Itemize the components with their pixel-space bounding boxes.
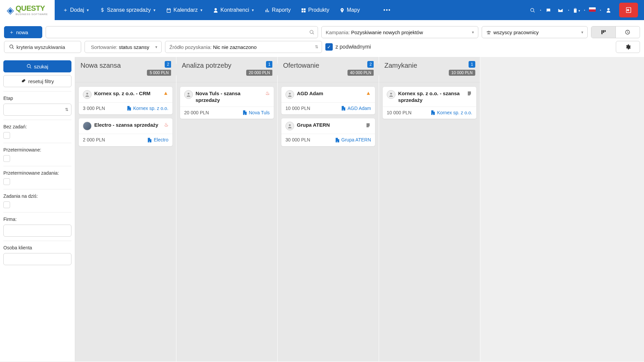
- view-timeline-button[interactable]: [615, 26, 640, 38]
- opportunity-card[interactable]: Kornex sp. z o.o. - szansa sprzedaży 10 …: [382, 86, 477, 119]
- plus-icon: ＋: [63, 7, 68, 14]
- campaign-select[interactable]: Kampania: Pozyskiwanie nowych projektów …: [321, 26, 478, 38]
- clipboard-icon[interactable]: ▼: [572, 7, 581, 13]
- campaign-label: Kampania:: [326, 29, 350, 35]
- brand-logo[interactable]: ◈ QUESTY BUSINESS SOFTWARE: [0, 0, 55, 20]
- gear-icon: [625, 44, 631, 50]
- nav-calendar[interactable]: Kalendarz ▼: [161, 0, 208, 20]
- avatar: [285, 122, 294, 130]
- opportunity-card[interactable]: Electro - szansa sprzedaży ♨ 2 000 PLN E…: [78, 118, 173, 146]
- nav-opportunities[interactable]: ＄ Szanse sprzedaży ▼: [95, 0, 161, 20]
- nav-add-label: Dodaj: [70, 7, 84, 13]
- card-title: Electro - szansa sprzedaży: [94, 122, 161, 128]
- criteria-button[interactable]: kryteria wyszukiwania: [4, 41, 81, 53]
- fire-icon: ♨: [164, 122, 168, 128]
- settings-button[interactable]: [616, 41, 640, 53]
- caret-down-icon: ▼: [153, 8, 156, 12]
- card-title: Nova Tuls - szansa sprzedaży: [196, 90, 263, 103]
- building-icon: [341, 105, 346, 111]
- card-company-link[interactable]: Kornex sp. z o.o.: [430, 110, 472, 115]
- column-header: Ofertowanie 2 40 000 PLN: [278, 57, 379, 82]
- plus-icon: ＋: [9, 29, 14, 36]
- chat-icon[interactable]: [544, 7, 553, 13]
- nav-maps-label: Mapy: [347, 7, 360, 13]
- mail-icon[interactable]: [556, 7, 565, 13]
- avatar: [285, 90, 294, 99]
- card-company-link[interactable]: Grupa ATERN: [335, 137, 371, 142]
- search-button[interactable]: szukaj: [3, 60, 71, 72]
- column-title: Zamykanie: [384, 62, 475, 69]
- magnifier-icon: [26, 64, 32, 69]
- card-company-link[interactable]: Kornex sp. z o.o.: [126, 105, 168, 111]
- no-tasks-checkbox[interactable]: [3, 132, 10, 139]
- reset-filters-button[interactable]: resetuj filtry: [3, 75, 71, 87]
- company-input[interactable]: [3, 225, 71, 237]
- chevron-down-icon: ▼: [155, 45, 158, 49]
- grid-icon: [301, 7, 306, 13]
- employees-value: wszyscy pracownicy: [493, 29, 539, 35]
- magnifier-icon[interactable]: [309, 29, 315, 35]
- new-button[interactable]: ＋ nowa: [4, 26, 42, 38]
- opportunity-card[interactable]: Nova Tuls - szansa sprzedaży ♨ 20 000 PL…: [180, 86, 274, 119]
- nav-add[interactable]: ＋ Dodaj ▼: [58, 0, 94, 20]
- nav-reports[interactable]: Raporty: [260, 0, 296, 20]
- employees-select[interactable]: wszyscy pracownicy ▼: [482, 26, 588, 38]
- sort-label: Sortowanie:: [91, 44, 117, 50]
- kanban-column: Ofertowanie 2 40 000 PLN AGD Adam ▲ 10 0…: [278, 57, 379, 361]
- contact-input[interactable]: [3, 253, 71, 265]
- kanban-column: Zamykanie 1 10 000 PLN Kornex sp. z o.o.…: [379, 57, 480, 361]
- sort-value: status szansy: [119, 44, 149, 50]
- svg-point-1: [187, 93, 189, 95]
- svg-point-2: [289, 93, 290, 95]
- search-input-wrap: [46, 26, 318, 38]
- top-navbar: ◈ QUESTY BUSINESS SOFTWARE ＋ Dodaj ▼ ＄ S…: [0, 0, 644, 20]
- card-company-link[interactable]: Electro: [147, 137, 168, 142]
- overdue-tasks-checkbox[interactable]: [3, 178, 10, 185]
- fire-icon: ♨: [265, 90, 270, 96]
- user-icon[interactable]: [604, 7, 613, 13]
- view-toggle: [591, 26, 640, 38]
- pin-icon: [339, 7, 345, 13]
- column-sum-badge: 5 000 PLN: [147, 70, 171, 76]
- card-status-icons: ▲: [163, 90, 168, 96]
- svg-point-4: [390, 93, 392, 95]
- separator-dot: •: [540, 8, 541, 12]
- criteria-label: kryteria wyszukiwania: [16, 44, 65, 50]
- source-select[interactable]: Źródło pozyskania: Nic nie zaznaczono ⇅: [165, 41, 322, 53]
- more-icon: •••: [383, 7, 391, 13]
- card-company-link[interactable]: AGD Adam: [341, 105, 371, 111]
- nav-more[interactable]: •••: [379, 0, 396, 20]
- today-tasks-checkbox[interactable]: [3, 201, 10, 208]
- search-icon[interactable]: [528, 7, 537, 13]
- kanban-board: Nowa szansa 2 5 000 PLN Kornex sp. z o.o…: [75, 57, 644, 361]
- nav-products[interactable]: Produkty: [296, 0, 334, 20]
- nav-calendar-label: Kalendarz: [173, 7, 198, 13]
- separator-dot: •: [600, 8, 601, 12]
- sort-icon: ⇅: [315, 45, 318, 49]
- opportunity-card[interactable]: AGD Adam ▲ 10 000 PLN AGD Adam: [281, 86, 375, 115]
- card-amount: 3 000 PLN: [83, 106, 105, 111]
- sort-icon: ⇅: [65, 107, 68, 112]
- column-header: Analiza potrzeby 1 20 000 PLN: [176, 57, 277, 82]
- stage-select[interactable]: ⇅: [3, 104, 71, 116]
- building-icon: [242, 110, 248, 115]
- view-kanban-button[interactable]: [591, 26, 615, 38]
- with-sub-checkbox[interactable]: ✓: [325, 43, 333, 51]
- card-status-icons: [467, 90, 472, 96]
- opportunity-card[interactable]: Grupa ATERN 30 000 PLN Grupa ATERN: [281, 118, 375, 146]
- card-status-icons: ▲: [366, 90, 371, 96]
- nav-maps[interactable]: Mapy: [335, 0, 365, 20]
- overdue-checkbox[interactable]: [3, 155, 10, 162]
- magnifier-icon: [9, 44, 14, 50]
- flag-icon[interactable]: [588, 7, 597, 13]
- opportunity-card[interactable]: Kornex sp. z o.o. - CRM ▲ 3 000 PLN Korn…: [78, 86, 173, 115]
- card-company-link[interactable]: Nova Tuls: [242, 110, 270, 115]
- sort-select[interactable]: Sortowanie: status szansy ▼: [85, 41, 162, 53]
- chevron-down-icon: ▼: [581, 31, 584, 34]
- nav-contractors[interactable]: Kontrahenci ▼: [208, 0, 259, 20]
- column-body: AGD Adam ▲ 10 000 PLN AGD Adam Grupa ATE…: [278, 82, 379, 150]
- card-status-icons: [366, 122, 371, 127]
- building-icon: [430, 110, 436, 115]
- search-input[interactable]: [46, 26, 318, 38]
- logout-button[interactable]: [619, 3, 638, 17]
